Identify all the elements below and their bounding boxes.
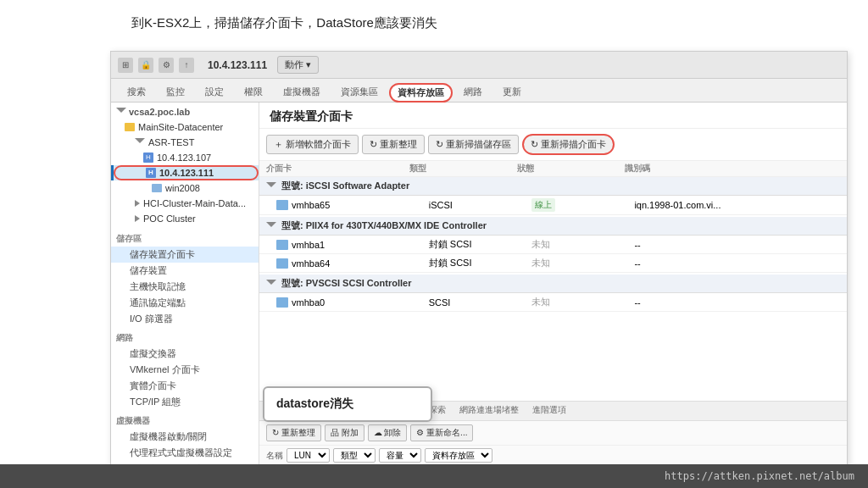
tree-root[interactable]: vcsa2.poc.lab	[111, 104, 259, 119]
footer-url: https://attken.pixnet.net/album	[665, 470, 854, 482]
action-dropdown-btn[interactable]: 動作 ▾	[277, 56, 319, 74]
action-row: ＋ 新增軟體介面卡 ↻ 重新整理 ↻ 重新掃描儲存區 ↻ 重新掃描介面卡	[259, 129, 847, 161]
nav-vm-agent[interactable]: 代理程式式虛擬機器設定	[111, 445, 259, 461]
table-row[interactable]: vmhba65 iSCSI 線上 iqn.1998-01.com.vi...	[259, 196, 847, 215]
tri-group-1	[266, 182, 276, 191]
nav-vm-startup[interactable]: 虛擬機器啟動/關閉	[111, 429, 259, 445]
page-wrapper: 到K-ESX2上，掃描儲存介面卡，DataStore應該要消失 ⊞ 🔒 ⚙ ↑ …	[0, 0, 868, 488]
icon-1: ⊞	[118, 58, 133, 73]
tab-monitor[interactable]: 監控	[157, 81, 194, 102]
vm-icon	[152, 184, 162, 192]
callout-box: datastore消失	[263, 386, 432, 422]
icon-2: 🔒	[138, 58, 153, 73]
nav-tcpip[interactable]: TCP/IP 組態	[111, 394, 259, 410]
type-filter-select[interactable]: 類型	[333, 448, 376, 463]
nav-vmkernel[interactable]: VMkernel 介面卡	[111, 362, 259, 378]
tree-asr[interactable]: ASR-TEST	[111, 135, 259, 150]
nav-storage-adapter[interactable]: 儲存裝置介面卡	[111, 247, 259, 263]
tab-network[interactable]: 網路	[454, 81, 492, 102]
tri-icon-2	[135, 200, 140, 207]
footer-bar: https://attken.pixnet.net/album	[0, 464, 868, 488]
col-header-id: 識別碼	[625, 163, 840, 175]
table-row[interactable]: vmhba0 SCSI 未知 --	[259, 293, 847, 312]
status-badge: 線上	[531, 198, 555, 212]
ip-address: 10.4.123.111	[208, 59, 267, 71]
tri-icon-3	[135, 215, 140, 222]
device-icon-2	[276, 240, 288, 250]
status-unknown: 未知	[531, 239, 550, 249]
detach-btn[interactable]: ☁ 卸除	[368, 424, 408, 441]
icon-4: ↑	[179, 58, 194, 73]
callout-text: datastore消失	[276, 396, 353, 410]
tree-section: vcsa2.poc.lab MainSite-Datacenter ASR-TE…	[111, 103, 259, 228]
instruction-content: 到K-ESX2上，掃描儲存介面卡，DataStore應該要消失	[131, 15, 437, 30]
tree-win2008[interactable]: win2008	[111, 180, 259, 196]
adapter-group-header-piix4: 型號: PIIX4 for 430TX/440BX/MX IDE Control…	[259, 217, 847, 236]
table-area: 型號: iSCSI Software Adapter vmhba65 iSCSI…	[259, 177, 847, 401]
folder-icon	[125, 123, 135, 131]
refresh-btn[interactable]: ↻ 重新整理	[362, 135, 425, 154]
cat-network-label: 網路	[111, 329, 259, 346]
table-row[interactable]: vmhba1 封鎖 SCSI 未知 --	[259, 236, 847, 254]
capacity-filter-select[interactable]: 容量	[379, 448, 421, 463]
tab-vms[interactable]: 虛擬機器	[274, 81, 330, 102]
nav-host-cache[interactable]: 主機快取記憶	[111, 279, 259, 295]
tree-datacenter[interactable]: MainSite-Datacenter	[111, 119, 259, 135]
instruction-text: 到K-ESX2上，掃描儲存介面卡，DataStore應該要消失	[131, 15, 437, 31]
rename-btn[interactable]: ⚙ 重新命名...	[410, 424, 473, 441]
ui-window: ⊞ 🔒 ⚙ ↑ 10.4.123.111 動作 ▾ 搜索 監控 設定 權限 虛擬…	[110, 51, 848, 466]
adapter-group-pvscsi: 型號: PVSCSI SCSI Controller vmhba0 SCSI 未…	[259, 274, 847, 312]
tab-permissions[interactable]: 權限	[235, 81, 272, 102]
bottom-tab-advanced[interactable]: 進階選項	[526, 402, 573, 420]
datastore-filter-select[interactable]: 資料存放區	[425, 448, 492, 463]
adapter-group-header-pvscsi: 型號: PVSCSI SCSI Controller	[259, 274, 847, 293]
tree-host-111[interactable]: H 10.4.123.111	[111, 165, 259, 180]
tab-settings[interactable]: 設定	[196, 81, 233, 102]
col-header-name: 介面卡	[266, 163, 409, 175]
adapter-group-piix4: 型號: PIIX4 for 430TX/440BX/MX IDE Control…	[259, 217, 847, 273]
device-icon-4	[276, 297, 288, 308]
add-adapter-btn[interactable]: ＋ 新增軟體介面卡	[266, 135, 359, 154]
rescan-storage-btn[interactable]: ↻ 重新掃描儲存區	[428, 135, 519, 154]
bottom-tab-network[interactable]: 網路連進場堵整	[453, 402, 526, 420]
root-label: vcsa2.poc.lab	[129, 107, 190, 117]
cat-storage-label: 儲存區	[111, 230, 259, 247]
window-topbar: ⊞ 🔒 ⚙ ↑ 10.4.123.111 動作 ▾	[111, 52, 847, 79]
attach-btn[interactable]: 品 附加	[325, 424, 364, 441]
triangle-icon	[116, 108, 126, 116]
topbar-icons: ⊞ 🔒 ⚙ ↑	[118, 58, 194, 73]
status-unknown-3: 未知	[531, 297, 550, 307]
status-unknown-2: 未知	[531, 258, 550, 268]
host-icon-2: H	[146, 168, 156, 178]
tri-group-3	[266, 280, 276, 288]
icon-3: ⚙	[159, 58, 174, 73]
device-icon	[276, 200, 288, 210]
adapter-group-header-iscsi: 型號: iSCSI Software Adapter	[259, 177, 847, 196]
tree-host-107[interactable]: H 10.4.123.107	[111, 150, 259, 165]
tri-group-2	[266, 222, 276, 230]
name-filter-label: 名稱	[266, 450, 283, 462]
main-content: vcsa2.poc.lab MainSite-Datacenter ASR-TE…	[111, 103, 847, 465]
tab-search[interactable]: 搜索	[118, 81, 155, 102]
bottom-filters: 名稱 LUN 類型 容量 資料存放區	[259, 446, 847, 465]
nav-storage-device[interactable]: 儲存裝置	[111, 263, 259, 279]
cat-vm-label: 虛擬機器	[111, 412, 259, 429]
lun-filter-select[interactable]: LUN	[287, 448, 330, 463]
host-icon: H	[143, 152, 153, 163]
refresh-bottom-btn[interactable]: ↻ 重新整理	[266, 424, 321, 441]
content-header: 儲存裝置介面卡	[259, 103, 847, 129]
nav-io-filter[interactable]: I/O 篩選器	[111, 311, 259, 327]
adapter-group-iscsi: 型號: iSCSI Software Adapter vmhba65 iSCSI…	[259, 177, 847, 215]
nav-tabs: 搜索 監控 設定 權限 虛擬機器 資源集區 資料存放區 網路 更新	[111, 79, 847, 103]
nav-vswitch[interactable]: 虛擬交換器	[111, 346, 259, 362]
rescan-adapter-btn[interactable]: ↻ 重新掃描介面卡	[522, 134, 615, 155]
tree-poc[interactable]: POC Cluster	[111, 211, 259, 226]
tree-hci[interactable]: HCI-Cluster-Main-Data...	[111, 196, 259, 211]
table-row[interactable]: vmhba64 封鎖 SCSI 未知 --	[259, 254, 847, 273]
tab-datastore[interactable]: 資料存放區	[389, 83, 453, 103]
tab-update[interactable]: 更新	[493, 81, 531, 102]
col-header-type: 類型	[409, 163, 517, 175]
nav-physical-nic[interactable]: 實體介面卡	[111, 378, 259, 394]
nav-protocol[interactable]: 通訊協定端點	[111, 295, 259, 311]
tab-resource-pool[interactable]: 資源集區	[331, 81, 387, 102]
